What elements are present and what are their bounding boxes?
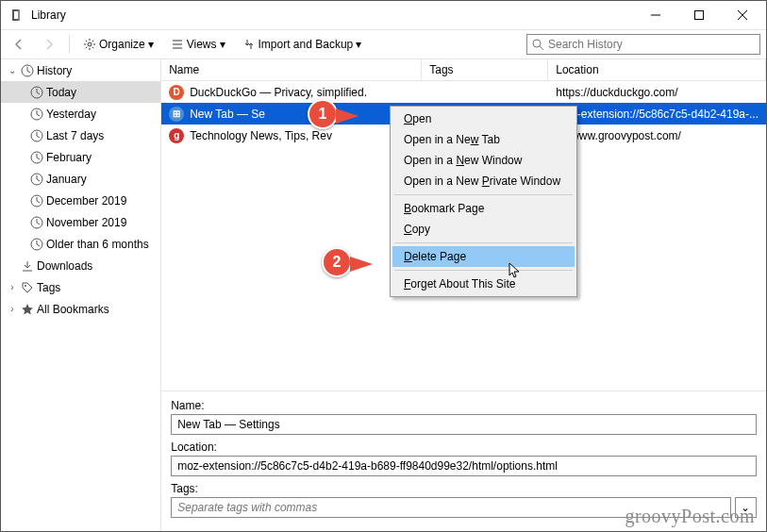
window-title: Library	[31, 8, 634, 22]
sidebar-item-older[interactable]: Older than 6 months	[1, 233, 160, 255]
sidebar: ⌄ History Today Yesterday Last 7 days Fe…	[1, 59, 161, 531]
import-label: Import and Backup	[258, 38, 354, 51]
column-location[interactable]: Location	[548, 59, 766, 80]
menu-separator	[394, 194, 573, 195]
import-icon	[242, 38, 256, 51]
annotation-callout-1: 1	[308, 99, 338, 129]
chevron-down-icon: ▾	[356, 38, 361, 51]
sidebar-item-today[interactable]: Today	[1, 81, 160, 103]
chevron-down-icon: ▾	[148, 38, 154, 51]
menu-open[interactable]: Open	[392, 108, 575, 129]
menu-delete-page[interactable]: Delete Page	[392, 246, 575, 267]
views-label: Views	[187, 38, 217, 51]
separator	[69, 35, 70, 54]
sidebar-item-feb[interactable]: February	[1, 146, 160, 168]
cursor-icon	[509, 262, 522, 279]
history-row[interactable]: DDuckDuckGo — Privacy, simplified. https…	[161, 81, 766, 103]
forward-button[interactable]	[37, 35, 61, 54]
favicon-icon: D	[169, 85, 184, 100]
gear-icon	[83, 38, 96, 51]
clock-icon	[29, 173, 44, 186]
clock-icon	[29, 86, 44, 99]
callout-number: 2	[322, 247, 352, 277]
back-button[interactable]	[7, 35, 31, 54]
sidebar-downloads[interactable]: Downloads	[1, 255, 160, 276]
search-field-wrap	[526, 34, 760, 55]
menu-copy[interactable]: Copy	[392, 219, 575, 240]
svg-point-4	[88, 42, 92, 46]
organize-menu[interactable]: Organize ▾	[77, 35, 159, 54]
svg-line-9	[540, 46, 543, 50]
import-backup-menu[interactable]: Import and Backup ▾	[237, 35, 368, 54]
menu-separator	[394, 270, 573, 271]
clock-icon	[29, 108, 44, 121]
clock-icon	[29, 194, 44, 208]
chevron-right-icon[interactable]: ›	[7, 282, 18, 292]
views-menu[interactable]: Views ▾	[165, 35, 231, 54]
history-label: History	[37, 64, 72, 77]
sidebar-tags[interactable]: › Tags	[1, 276, 160, 298]
column-tags[interactable]: Tags	[422, 59, 548, 80]
sidebar-item-nov2019[interactable]: November 2019	[1, 211, 160, 233]
app-icon	[8, 8, 24, 23]
download-icon	[20, 259, 35, 273]
menu-open-new-tab[interactable]: Open in a New Tab	[392, 129, 575, 150]
svg-point-8	[533, 40, 541, 47]
watermark: groovyPost.com	[625, 506, 755, 527]
list-icon	[171, 38, 184, 51]
star-icon	[20, 303, 35, 316]
menu-bookmark[interactable]: Bookmark Page	[392, 198, 575, 219]
tags-label: Tags:	[171, 482, 757, 495]
svg-point-19	[25, 285, 26, 287]
sidebar-item-jan[interactable]: January	[1, 168, 160, 190]
clock-icon	[20, 64, 35, 77]
clock-icon	[29, 238, 44, 251]
column-headers: Name Tags Location	[161, 59, 766, 81]
clock-icon	[29, 129, 44, 142]
chevron-down-icon: ▾	[220, 38, 225, 51]
toolbar: Organize ▾ Views ▾ Import and Backup ▾	[1, 29, 766, 59]
callout-number: 1	[308, 99, 338, 129]
name-label: Name:	[171, 399, 757, 412]
organize-label: Organize	[99, 38, 145, 51]
sidebar-item-dec2019[interactable]: December 2019	[1, 190, 160, 211]
column-name[interactable]: Name	[161, 59, 422, 80]
maximize-button[interactable]	[677, 1, 721, 29]
tag-icon	[20, 281, 35, 294]
sidebar-item-yesterday[interactable]: Yesterday	[1, 103, 160, 125]
search-icon	[531, 38, 544, 51]
name-field[interactable]	[171, 414, 757, 435]
context-menu: Open Open in a New Tab Open in a New Win…	[390, 106, 577, 297]
search-input[interactable]	[526, 34, 760, 55]
menu-open-private[interactable]: Open in a New Private Window	[392, 171, 575, 191]
sidebar-bookmarks[interactable]: › All Bookmarks	[1, 298, 160, 320]
favicon-icon: ⊞	[169, 107, 184, 122]
menu-separator	[394, 242, 573, 243]
title-bar: Library	[1, 1, 766, 29]
annotation-callout-2: 2	[322, 247, 352, 277]
chevron-down-icon[interactable]: ⌄	[7, 65, 18, 75]
clock-icon	[29, 151, 44, 164]
location-field[interactable]	[171, 456, 757, 476]
menu-open-new-window[interactable]: Open in a New Window	[392, 150, 575, 171]
chevron-right-icon[interactable]: ›	[7, 304, 18, 314]
content-area: ⌄ History Today Yesterday Last 7 days Fe…	[1, 59, 766, 531]
sidebar-history[interactable]: ⌄ History	[1, 59, 160, 81]
minimize-button[interactable]	[634, 1, 677, 29]
menu-forget[interactable]: Forget About This Site	[392, 274, 575, 294]
clock-icon	[29, 216, 44, 229]
favicon-icon: g	[169, 128, 184, 143]
close-button[interactable]	[721, 1, 764, 29]
svg-rect-1	[695, 11, 704, 20]
sidebar-item-last7[interactable]: Last 7 days	[1, 125, 160, 146]
location-label: Location:	[171, 441, 757, 454]
